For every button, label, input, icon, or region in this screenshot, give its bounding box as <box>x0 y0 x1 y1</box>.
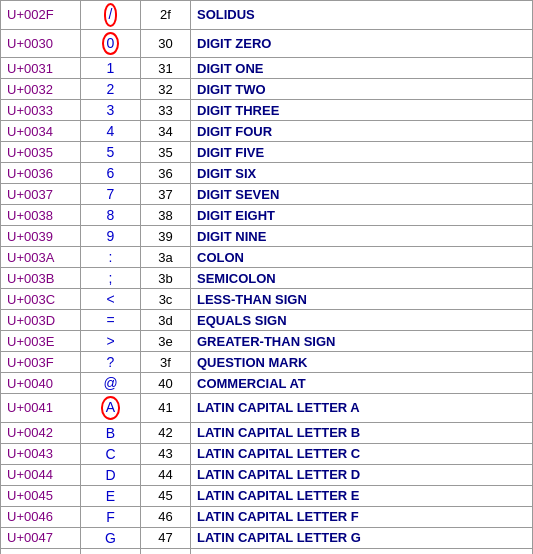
unicode-hex: 33 <box>141 100 191 121</box>
unicode-code: U+0034 <box>1 121 81 142</box>
unicode-char: 2 <box>81 79 141 100</box>
unicode-char: C <box>81 443 141 464</box>
table-row: U+0035535DIGIT FIVE <box>1 142 533 163</box>
table-row: U+0048H48LATIN CAPITAL LETTER H <box>1 548 533 554</box>
unicode-name: COMMERCIAL AT <box>191 373 533 394</box>
table-row: U+003C<3cLESS-THAN SIGN <box>1 289 533 310</box>
unicode-name: DIGIT NINE <box>191 226 533 247</box>
unicode-hex: 36 <box>141 163 191 184</box>
unicode-code: U+0048 <box>1 548 81 554</box>
table-row: U+0036636DIGIT SIX <box>1 163 533 184</box>
unicode-char: : <box>81 247 141 268</box>
unicode-code: U+003F <box>1 352 81 373</box>
unicode-name: LATIN CAPITAL LETTER C <box>191 443 533 464</box>
unicode-name: DIGIT EIGHT <box>191 205 533 226</box>
unicode-hex: 42 <box>141 422 191 443</box>
unicode-name: SEMICOLON <box>191 268 533 289</box>
table-row: U+0044D44LATIN CAPITAL LETTER D <box>1 464 533 485</box>
unicode-hex: 3b <box>141 268 191 289</box>
table-row: U+003D=3dEQUALS SIGN <box>1 310 533 331</box>
unicode-char: = <box>81 310 141 331</box>
unicode-name: SOLIDUS <box>191 1 533 30</box>
unicode-name: DIGIT ONE <box>191 58 533 79</box>
table-row: U+0040@40COMMERCIAL AT <box>1 373 533 394</box>
unicode-code: U+0047 <box>1 527 81 548</box>
unicode-hex: 30 <box>141 29 191 58</box>
unicode-char: ? <box>81 352 141 373</box>
unicode-hex: 3d <box>141 310 191 331</box>
unicode-name: LATIN CAPITAL LETTER D <box>191 464 533 485</box>
table-row: U+0043C43LATIN CAPITAL LETTER C <box>1 443 533 464</box>
unicode-name: DIGIT FOUR <box>191 121 533 142</box>
unicode-char: @ <box>81 373 141 394</box>
unicode-code: U+0045 <box>1 485 81 506</box>
unicode-name: LATIN CAPITAL LETTER F <box>191 506 533 527</box>
unicode-char: / <box>81 1 141 30</box>
unicode-name: DIGIT TWO <box>191 79 533 100</box>
unicode-code: U+0043 <box>1 443 81 464</box>
unicode-char: 4 <box>81 121 141 142</box>
unicode-name: DIGIT SIX <box>191 163 533 184</box>
unicode-code: U+0030 <box>1 29 81 58</box>
unicode-char: F <box>81 506 141 527</box>
unicode-code: U+003E <box>1 331 81 352</box>
unicode-char: H <box>81 548 141 554</box>
unicode-char: 8 <box>81 205 141 226</box>
table-row: U+0045E45LATIN CAPITAL LETTER E <box>1 485 533 506</box>
unicode-char: < <box>81 289 141 310</box>
unicode-name: LATIN CAPITAL LETTER G <box>191 527 533 548</box>
table-row: U+0039939DIGIT NINE <box>1 226 533 247</box>
unicode-name: LATIN CAPITAL LETTER H <box>191 548 533 554</box>
unicode-code: U+0039 <box>1 226 81 247</box>
unicode-char: B <box>81 422 141 443</box>
unicode-name: GREATER-THAN SIGN <box>191 331 533 352</box>
unicode-hex: 34 <box>141 121 191 142</box>
unicode-hex: 3e <box>141 331 191 352</box>
unicode-code: U+002F <box>1 1 81 30</box>
unicode-hex: 38 <box>141 205 191 226</box>
unicode-name: LATIN CAPITAL LETTER B <box>191 422 533 443</box>
unicode-char: 6 <box>81 163 141 184</box>
unicode-name: EQUALS SIGN <box>191 310 533 331</box>
unicode-hex: 3f <box>141 352 191 373</box>
table-row: U+003F?3fQUESTION MARK <box>1 352 533 373</box>
unicode-hex: 45 <box>141 485 191 506</box>
unicode-char: 7 <box>81 184 141 205</box>
unicode-code: U+003D <box>1 310 81 331</box>
unicode-code: U+0040 <box>1 373 81 394</box>
table-row: U+0046F46LATIN CAPITAL LETTER F <box>1 506 533 527</box>
unicode-hex: 3c <box>141 289 191 310</box>
unicode-hex: 3a <box>141 247 191 268</box>
unicode-hex: 35 <box>141 142 191 163</box>
unicode-hex: 31 <box>141 58 191 79</box>
unicode-code: U+0038 <box>1 205 81 226</box>
unicode-hex: 40 <box>141 373 191 394</box>
table-row: U+003B;3bSEMICOLON <box>1 268 533 289</box>
unicode-name: LESS-THAN SIGN <box>191 289 533 310</box>
table-row: U+0033333DIGIT THREE <box>1 100 533 121</box>
unicode-char: 0 <box>81 29 141 58</box>
unicode-code: U+0031 <box>1 58 81 79</box>
unicode-char: G <box>81 527 141 548</box>
unicode-name: DIGIT SEVEN <box>191 184 533 205</box>
unicode-code: U+0035 <box>1 142 81 163</box>
unicode-char: 3 <box>81 100 141 121</box>
unicode-name: DIGIT THREE <box>191 100 533 121</box>
unicode-code: U+0046 <box>1 506 81 527</box>
table-row: U+0038838DIGIT EIGHT <box>1 205 533 226</box>
table-row: U+0047G47LATIN CAPITAL LETTER G <box>1 527 533 548</box>
unicode-code: U+003B <box>1 268 81 289</box>
unicode-code: U+0042 <box>1 422 81 443</box>
unicode-code: U+0032 <box>1 79 81 100</box>
unicode-hex: 47 <box>141 527 191 548</box>
unicode-code: U+0037 <box>1 184 81 205</box>
unicode-hex: 39 <box>141 226 191 247</box>
table-row: U+0041A41LATIN CAPITAL LETTER A <box>1 394 533 423</box>
unicode-name: LATIN CAPITAL LETTER E <box>191 485 533 506</box>
unicode-code: U+003C <box>1 289 81 310</box>
unicode-char: D <box>81 464 141 485</box>
table-row: U+0032232DIGIT TWO <box>1 79 533 100</box>
unicode-code: U+003A <box>1 247 81 268</box>
table-row: U+0034434DIGIT FOUR <box>1 121 533 142</box>
unicode-code: U+0041 <box>1 394 81 423</box>
